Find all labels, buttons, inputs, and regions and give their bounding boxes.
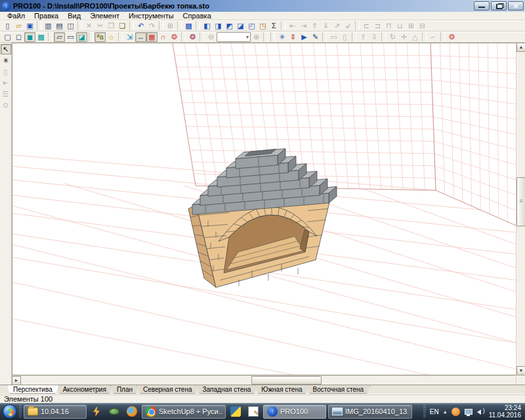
pricelist-panel-icon[interactable]: ◨ [213, 21, 224, 31]
textured-view-icon[interactable]: ▩ [35, 32, 47, 42]
width-dim-icon[interactable]: ⇤ [287, 21, 298, 31]
vertical-scrollbar[interactable]: ▲ ▼ [516, 43, 525, 385]
scroll-down-button[interactable]: ▼ [516, 366, 525, 375]
tab-north-wall[interactable]: Северная стена [136, 385, 199, 394]
orbit-view-icon[interactable]: ▶ [299, 32, 310, 42]
menu-view[interactable]: Вид [63, 12, 85, 20]
tab-south-wall[interactable]: Южная стена [255, 385, 308, 394]
cutting-panel-icon[interactable]: ◪ [235, 21, 246, 31]
delete-icon[interactable]: ✕ [83, 21, 94, 31]
taskbar-turtle-button[interactable] [106, 405, 122, 419]
volume-icon[interactable] [476, 408, 485, 416]
antialias-icon[interactable]: ªa [94, 32, 106, 42]
auto-width-icon[interactable]: ↔ [135, 32, 146, 42]
report-panel-icon[interactable]: ◩ [224, 21, 235, 31]
refresh-view-icon[interactable]: ✳ [276, 32, 287, 42]
rotate-element-icon[interactable]: ↻ [387, 32, 398, 42]
tab-axonometry[interactable]: Аксонометрия [56, 385, 113, 394]
floor-plan-icon[interactable]: ⌐ [428, 32, 439, 42]
taskbar-pro100-button[interactable]: PRO100 [263, 405, 326, 419]
display-settings-icon[interactable] [464, 408, 472, 416]
scroll-right-button[interactable]: ► [12, 376, 21, 385]
depth-dim-icon[interactable]: ⇑ [309, 21, 320, 31]
zoom-in-icon[interactable]: ⊕ [251, 32, 262, 42]
zoom-level-combo[interactable]: ▾ [217, 32, 251, 42]
redo-icon[interactable]: ↷ [146, 21, 158, 31]
lower-element-icon[interactable]: ⇩ [369, 32, 380, 42]
start-button[interactable] [3, 404, 17, 419]
dimension-tool-icon[interactable]: ⇤ [1, 77, 11, 88]
sum-icon[interactable]: Σ [268, 21, 280, 31]
undo-icon[interactable]: ↶ [135, 21, 146, 31]
select-tool-icon[interactable]: ↖ [1, 44, 11, 54]
show-hidden-icons-button[interactable]: ▲ [443, 410, 448, 414]
menu-help[interactable]: Справка [178, 12, 216, 20]
height-dim-icon[interactable]: ⇥ [298, 21, 309, 31]
print-icon[interactable]: ▤ [54, 21, 65, 31]
render-icon[interactable]: ❂ [446, 32, 457, 42]
palette-secondary-icon[interactable]: ❂ [187, 32, 198, 42]
light-icon[interactable]: ☼ [106, 32, 117, 42]
move-element-icon[interactable]: ✛ [398, 32, 410, 42]
ungroup-icon[interactable]: ⊟ [417, 21, 428, 31]
align-top-icon[interactable]: ⊓ [383, 21, 394, 31]
shaded-view-icon[interactable]: ◼ [24, 32, 35, 42]
align-left-icon[interactable]: ⊏ [361, 21, 372, 31]
menu-tools[interactable]: Инструменты [124, 12, 178, 20]
taskbar-image-button[interactable]: IMG_20160410_13... [328, 405, 412, 419]
vertical-scroll-thumb[interactable] [516, 177, 525, 226]
frame-v-icon[interactable]: ▯ [339, 32, 350, 42]
tab-west-wall[interactable]: Западная стена [196, 385, 257, 394]
grid-icon[interactable]: ▦ [146, 32, 158, 42]
new-document-icon[interactable]: ▯ [2, 21, 13, 31]
menu-element[interactable]: Элемент [85, 12, 124, 20]
edges-view-icon[interactable]: ▭ [65, 32, 76, 42]
horizontal-scrollbar[interactable]: ◄ ► [12, 375, 516, 385]
leader-dim-icon[interactable]: ⇙ [343, 21, 354, 31]
3d-viewport[interactable] [12, 43, 516, 375]
group-icon[interactable]: ⊞ [406, 21, 417, 31]
cut-icon[interactable]: ✂ [94, 21, 106, 31]
taskbar-winamp-button[interactable] [89, 405, 104, 419]
titlebar[interactable]: ↑ PRO100 - D:\Install\PRO100\Проекты\Бар… [0, 0, 525, 12]
catalog-panel-icon[interactable]: ◳ [257, 21, 268, 31]
taskbar-firefox-button[interactable] [124, 405, 140, 419]
tab-east-wall[interactable]: Восточная стена [306, 385, 370, 394]
properties-icon[interactable]: ⊞ [165, 21, 176, 31]
library-panel-icon[interactable]: ◰ [246, 21, 257, 31]
pen-icon[interactable]: ✎ [310, 32, 321, 42]
hidden-line-view-icon[interactable]: ◻ [13, 32, 24, 42]
palette-icon[interactable]: ❂ [169, 32, 180, 42]
taskbar-editor-button[interactable] [245, 405, 261, 419]
horizontal-scroll-thumb[interactable] [251, 376, 322, 385]
restore-button[interactable] [491, 1, 507, 10]
language-indicator[interactable]: EN [430, 408, 439, 415]
solid-view-icon[interactable]: ◪ [76, 32, 87, 42]
print-preview-icon[interactable]: ◫ [65, 21, 76, 31]
center-tool-icon[interactable]: ✳ [1, 55, 11, 66]
levels-tool-icon[interactable]: ☰ [1, 89, 11, 99]
paste-icon[interactable]: ❑ [117, 21, 128, 31]
tab-perspective[interactable]: Перспектива [7, 385, 59, 394]
align-right-icon[interactable]: ⊐ [372, 21, 383, 31]
copy-icon[interactable]: ❐ [106, 21, 117, 31]
open-folder-icon[interactable]: ▱ [13, 21, 24, 31]
zoom-out-icon[interactable]: ⊖ [205, 32, 217, 42]
tab-plan[interactable]: План [110, 385, 139, 394]
close-button[interactable] [508, 1, 524, 10]
zoom-tool-icon[interactable]: ⊙ [1, 100, 11, 110]
taskbar-python-button[interactable] [228, 405, 243, 419]
scroll-up-button[interactable]: ▲ [516, 43, 525, 52]
save-icon[interactable]: ▣ [24, 21, 35, 31]
magnet-icon[interactable]: ∩ [158, 32, 169, 42]
wireframe-view-icon[interactable]: ▢ [2, 32, 13, 42]
minimize-button[interactable] [474, 1, 490, 10]
raise-element-icon[interactable]: ⇧ [358, 32, 369, 42]
print-setup-icon[interactable]: ▥ [43, 21, 54, 31]
materials-dialog-icon[interactable]: ▩ [183, 21, 194, 31]
frame-h-icon[interactable]: ▭ [328, 32, 339, 42]
page-tool-icon[interactable]: ▯ [1, 66, 11, 77]
contour-view-icon[interactable]: ▱ [54, 32, 65, 42]
auto-dim-icon[interactable]: ⇓ [320, 21, 331, 31]
angle-dim-icon[interactable]: ⇗ [331, 21, 343, 31]
